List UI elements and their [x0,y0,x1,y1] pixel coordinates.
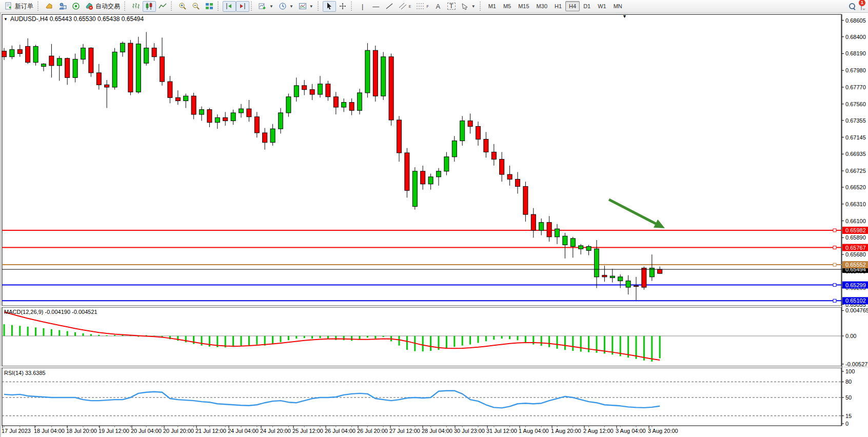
timeframe-button-m30[interactable]: M30 [533,1,551,11]
cursor-tool-button[interactable] [323,1,336,12]
text-label-icon: T [447,3,456,10]
level-price-label: 0.65982 [845,227,866,233]
timeframe-button-h4[interactable]: H4 [565,1,580,11]
auto-trading-button[interactable]: 自动交易 [83,1,123,12]
level-price-label: 0.65552 [845,262,866,268]
pane-splitter[interactable] [0,366,868,368]
periods-menu-button[interactable]: ▼ [276,1,296,12]
line-handle[interactable] [833,284,836,287]
time-axis-label: 20 Jul 04:00 [131,428,162,434]
candle [33,45,38,66]
time-axis-label: 21 Jul 12:00 [195,428,226,434]
cursor-arrow-icon [325,2,333,10]
new-order-label: 新订单 [15,2,33,11]
candlestick-chart-icon [145,2,153,10]
dropdown-caret-icon: ▼ [309,4,313,9]
macd-axis-label: 0.004765 [845,307,868,313]
indicators-menu-button[interactable]: ▼ [256,1,276,12]
price-tick-label: 0.66935 [845,151,866,157]
rsi-axis-label: 80 [845,379,852,385]
candle [412,167,417,210]
time-axis-label: 30 Jul 23:00 [454,428,485,434]
time-axis-label: 25 Jul 12:00 [292,428,323,434]
search-icon[interactable] [849,3,856,10]
timeframe-button-w1[interactable]: W1 [594,1,610,11]
navigator-button[interactable] [69,1,83,12]
time-axis-label: 20 Jul 20:00 [163,428,194,434]
tile-windows-button[interactable] [203,1,216,12]
candle [642,267,646,290]
zoom-out-icon [192,2,200,10]
toolbar-gripper [124,2,128,11]
fibonacci-icon [416,2,424,10]
data-window-button[interactable] [56,1,69,12]
price-tick-label: 0.67145 [845,134,866,141]
zoom-out-button[interactable] [189,1,203,12]
price-tick-label: 0.68190 [845,50,866,56]
price-tick-label: 0.65680 [845,251,866,257]
market-watch-button[interactable] [43,1,56,12]
bar-chart-icon [132,2,140,10]
timeframe-button-h1[interactable]: H1 [551,1,565,11]
chart-window[interactable]: 0.686050.684000.681900.679800.677700.675… [0,13,868,437]
market-watch-icon [45,2,53,10]
chart-menu-triangle[interactable]: ▼ [622,14,627,19]
time-axis-label: 1 Aug 20:00 [551,428,581,434]
arrows-tool-button[interactable]: ▼ [458,1,478,12]
crosshair-tool-button[interactable] [336,1,349,12]
candle [136,37,141,94]
line-handle[interactable] [833,299,836,302]
text-tool-button[interactable]: A [431,1,445,12]
price-tick-label: 0.65890 [845,234,866,241]
time-axis-label: 26 Jul 04:00 [325,428,356,434]
rsi-axis-label: 15 [845,413,852,419]
dropdown-caret-icon: ▼ [269,4,273,9]
templates-icon [299,2,307,10]
fibonacci-tool-button[interactable]: F [413,1,431,12]
new-order-button[interactable]: 新订单 [2,1,36,12]
line-handle[interactable] [833,263,836,266]
rsi-axis-label: 100 [845,368,855,374]
time-axis-label: 27 Jul 12:00 [389,428,420,434]
timeframe-button-m5[interactable]: M5 [500,1,515,11]
auto-scroll-button[interactable] [236,1,249,12]
line-handle[interactable] [833,246,836,249]
timeframe-button-d1[interactable]: D1 [580,1,594,11]
line-chart-icon [159,2,167,10]
chart-shift-button[interactable] [223,1,236,12]
text-label-tool-button[interactable]: T [445,1,458,12]
navigator-icon [72,2,80,10]
time-axis-label: 26 Jul 20:00 [357,428,388,434]
candlestick-chart-type-button[interactable] [143,1,156,12]
dropdown-caret-icon: ▼ [289,4,293,9]
pane-splitter[interactable] [0,306,868,307]
candle [365,43,370,97]
text-tool-icon: A [434,3,442,10]
timeframe-button-m15[interactable]: M15 [515,1,532,11]
line-handle[interactable] [833,229,836,232]
level-price-label: 0.65767 [845,245,866,251]
bar-chart-type-button[interactable] [129,1,143,12]
candle [112,48,117,90]
channel-sub-label: E [409,5,411,8]
timeframe-button-m1[interactable]: M1 [485,1,500,11]
timeframe-button-mn[interactable]: MN [610,1,626,11]
candle [358,89,362,114]
price-tick-label: 0.66100 [845,218,866,224]
tile-windows-icon [205,2,213,10]
candle [373,46,378,102]
zoom-in-button[interactable] [176,1,189,12]
chart-title-collapse-icon[interactable]: ▼ [4,17,8,22]
candle [381,52,386,100]
notifications-button[interactable]: 1 [861,3,862,10]
line-chart-type-button[interactable] [156,1,169,12]
mt4-terminal-window: { "toolbar": { "new_order_label": "新订单",… [0,0,868,437]
equidistant-channel-tool-button[interactable]: E [396,1,414,12]
horizontal-line-tool-button[interactable]: — [369,1,383,12]
templates-menu-button[interactable]: ▼ [296,1,316,12]
time-axis-label: 24 Jul 04:00 [228,428,259,434]
vertical-line-tool-button[interactable]: | [356,1,369,12]
time-axis-label: 3 Aug 04:00 [616,428,646,434]
price-chart-canvas[interactable]: 0.686050.684000.681900.679800.677700.675… [0,13,868,437]
trendline-tool-button[interactable] [383,1,396,12]
